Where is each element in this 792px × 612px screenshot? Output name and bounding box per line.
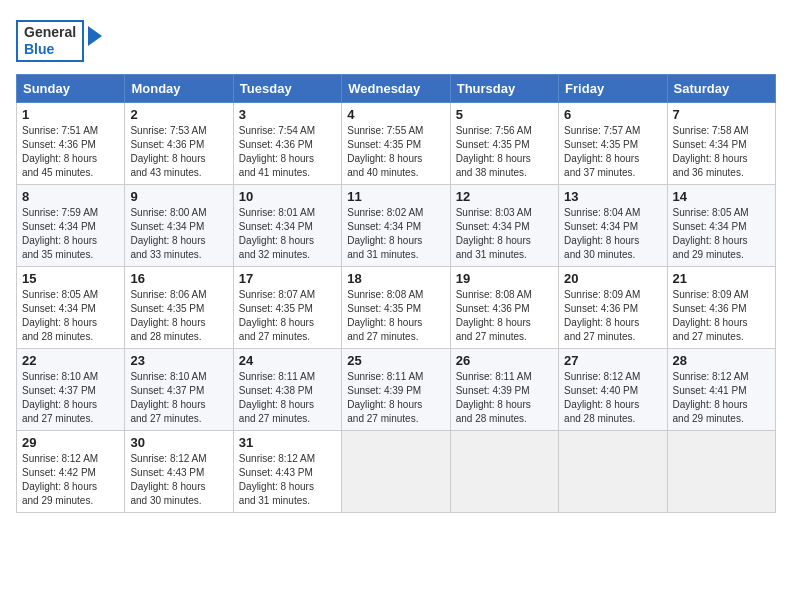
day-number: 14 <box>673 189 770 204</box>
day-info: Sunrise: 8:12 AM Sunset: 4:42 PM Dayligh… <box>22 452 119 508</box>
day-number: 12 <box>456 189 553 204</box>
calendar-body: 1Sunrise: 7:51 AM Sunset: 4:36 PM Daylig… <box>17 102 776 512</box>
day-number: 4 <box>347 107 444 122</box>
day-number: 17 <box>239 271 336 286</box>
calendar-cell <box>450 430 558 512</box>
day-number: 18 <box>347 271 444 286</box>
calendar-cell: 23Sunrise: 8:10 AM Sunset: 4:37 PM Dayli… <box>125 348 233 430</box>
day-info: Sunrise: 8:12 AM Sunset: 4:41 PM Dayligh… <box>673 370 770 426</box>
day-info: Sunrise: 8:10 AM Sunset: 4:37 PM Dayligh… <box>22 370 119 426</box>
day-info: Sunrise: 8:05 AM Sunset: 4:34 PM Dayligh… <box>673 206 770 262</box>
day-number: 5 <box>456 107 553 122</box>
day-info: Sunrise: 8:11 AM Sunset: 4:39 PM Dayligh… <box>456 370 553 426</box>
calendar-cell: 12Sunrise: 8:03 AM Sunset: 4:34 PM Dayli… <box>450 184 558 266</box>
day-info: Sunrise: 7:54 AM Sunset: 4:36 PM Dayligh… <box>239 124 336 180</box>
day-number: 22 <box>22 353 119 368</box>
day-info: Sunrise: 8:03 AM Sunset: 4:34 PM Dayligh… <box>456 206 553 262</box>
weekday-friday: Friday <box>559 74 667 102</box>
calendar-cell: 19Sunrise: 8:08 AM Sunset: 4:36 PM Dayli… <box>450 266 558 348</box>
weekday-wednesday: Wednesday <box>342 74 450 102</box>
calendar-cell: 1Sunrise: 7:51 AM Sunset: 4:36 PM Daylig… <box>17 102 125 184</box>
day-number: 24 <box>239 353 336 368</box>
weekday-saturday: Saturday <box>667 74 775 102</box>
day-number: 2 <box>130 107 227 122</box>
calendar-week-4: 22Sunrise: 8:10 AM Sunset: 4:37 PM Dayli… <box>17 348 776 430</box>
day-number: 6 <box>564 107 661 122</box>
calendar-cell: 22Sunrise: 8:10 AM Sunset: 4:37 PM Dayli… <box>17 348 125 430</box>
day-number: 31 <box>239 435 336 450</box>
day-info: Sunrise: 8:02 AM Sunset: 4:34 PM Dayligh… <box>347 206 444 262</box>
day-info: Sunrise: 8:08 AM Sunset: 4:36 PM Dayligh… <box>456 288 553 344</box>
day-info: Sunrise: 8:00 AM Sunset: 4:34 PM Dayligh… <box>130 206 227 262</box>
calendar-week-3: 15Sunrise: 8:05 AM Sunset: 4:34 PM Dayli… <box>17 266 776 348</box>
calendar-cell <box>667 430 775 512</box>
calendar-cell: 11Sunrise: 8:02 AM Sunset: 4:34 PM Dayli… <box>342 184 450 266</box>
day-info: Sunrise: 7:56 AM Sunset: 4:35 PM Dayligh… <box>456 124 553 180</box>
day-info: Sunrise: 8:11 AM Sunset: 4:38 PM Dayligh… <box>239 370 336 426</box>
calendar-week-1: 1Sunrise: 7:51 AM Sunset: 4:36 PM Daylig… <box>17 102 776 184</box>
day-info: Sunrise: 8:10 AM Sunset: 4:37 PM Dayligh… <box>130 370 227 426</box>
calendar-cell: 29Sunrise: 8:12 AM Sunset: 4:42 PM Dayli… <box>17 430 125 512</box>
calendar-cell: 4Sunrise: 7:55 AM Sunset: 4:35 PM Daylig… <box>342 102 450 184</box>
day-number: 3 <box>239 107 336 122</box>
day-info: Sunrise: 7:57 AM Sunset: 4:35 PM Dayligh… <box>564 124 661 180</box>
weekday-thursday: Thursday <box>450 74 558 102</box>
day-number: 30 <box>130 435 227 450</box>
calendar-cell: 21Sunrise: 8:09 AM Sunset: 4:36 PM Dayli… <box>667 266 775 348</box>
day-number: 20 <box>564 271 661 286</box>
weekday-tuesday: Tuesday <box>233 74 341 102</box>
logo-arrow-icon <box>88 26 102 46</box>
day-number: 19 <box>456 271 553 286</box>
weekday-sunday: Sunday <box>17 74 125 102</box>
day-info: Sunrise: 7:55 AM Sunset: 4:35 PM Dayligh… <box>347 124 444 180</box>
calendar-cell <box>559 430 667 512</box>
day-info: Sunrise: 7:51 AM Sunset: 4:36 PM Dayligh… <box>22 124 119 180</box>
day-number: 28 <box>673 353 770 368</box>
calendar-cell: 15Sunrise: 8:05 AM Sunset: 4:34 PM Dayli… <box>17 266 125 348</box>
calendar-cell: 14Sunrise: 8:05 AM Sunset: 4:34 PM Dayli… <box>667 184 775 266</box>
calendar-week-2: 8Sunrise: 7:59 AM Sunset: 4:34 PM Daylig… <box>17 184 776 266</box>
day-number: 15 <box>22 271 119 286</box>
calendar-cell: 26Sunrise: 8:11 AM Sunset: 4:39 PM Dayli… <box>450 348 558 430</box>
day-info: Sunrise: 8:12 AM Sunset: 4:43 PM Dayligh… <box>130 452 227 508</box>
weekday-header-row: SundayMondayTuesdayWednesdayThursdayFrid… <box>17 74 776 102</box>
calendar-cell: 25Sunrise: 8:11 AM Sunset: 4:39 PM Dayli… <box>342 348 450 430</box>
calendar-cell: 18Sunrise: 8:08 AM Sunset: 4:35 PM Dayli… <box>342 266 450 348</box>
calendar-cell: 24Sunrise: 8:11 AM Sunset: 4:38 PM Dayli… <box>233 348 341 430</box>
calendar-cell: 20Sunrise: 8:09 AM Sunset: 4:36 PM Dayli… <box>559 266 667 348</box>
day-number: 23 <box>130 353 227 368</box>
day-number: 11 <box>347 189 444 204</box>
calendar-cell: 10Sunrise: 8:01 AM Sunset: 4:34 PM Dayli… <box>233 184 341 266</box>
day-info: Sunrise: 8:05 AM Sunset: 4:34 PM Dayligh… <box>22 288 119 344</box>
weekday-monday: Monday <box>125 74 233 102</box>
calendar-cell: 30Sunrise: 8:12 AM Sunset: 4:43 PM Dayli… <box>125 430 233 512</box>
day-info: Sunrise: 8:08 AM Sunset: 4:35 PM Dayligh… <box>347 288 444 344</box>
calendar-cell: 8Sunrise: 7:59 AM Sunset: 4:34 PM Daylig… <box>17 184 125 266</box>
calendar-cell: 28Sunrise: 8:12 AM Sunset: 4:41 PM Dayli… <box>667 348 775 430</box>
calendar-week-5: 29Sunrise: 8:12 AM Sunset: 4:42 PM Dayli… <box>17 430 776 512</box>
day-info: Sunrise: 8:01 AM Sunset: 4:34 PM Dayligh… <box>239 206 336 262</box>
calendar-table: SundayMondayTuesdayWednesdayThursdayFrid… <box>16 74 776 513</box>
day-number: 10 <box>239 189 336 204</box>
day-number: 7 <box>673 107 770 122</box>
calendar-cell: 17Sunrise: 8:07 AM Sunset: 4:35 PM Dayli… <box>233 266 341 348</box>
day-number: 29 <box>22 435 119 450</box>
calendar-cell: 5Sunrise: 7:56 AM Sunset: 4:35 PM Daylig… <box>450 102 558 184</box>
day-number: 26 <box>456 353 553 368</box>
day-info: Sunrise: 8:04 AM Sunset: 4:34 PM Dayligh… <box>564 206 661 262</box>
day-info: Sunrise: 7:53 AM Sunset: 4:36 PM Dayligh… <box>130 124 227 180</box>
day-info: Sunrise: 8:09 AM Sunset: 4:36 PM Dayligh… <box>564 288 661 344</box>
logo: General Blue <box>16 20 102 62</box>
logo-line1: General <box>24 24 76 41</box>
page-header: General Blue <box>16 16 776 62</box>
day-number: 21 <box>673 271 770 286</box>
day-number: 27 <box>564 353 661 368</box>
day-info: Sunrise: 8:09 AM Sunset: 4:36 PM Dayligh… <box>673 288 770 344</box>
calendar-cell: 7Sunrise: 7:58 AM Sunset: 4:34 PM Daylig… <box>667 102 775 184</box>
calendar-header: SundayMondayTuesdayWednesdayThursdayFrid… <box>17 74 776 102</box>
day-info: Sunrise: 8:12 AM Sunset: 4:43 PM Dayligh… <box>239 452 336 508</box>
calendar-cell: 6Sunrise: 7:57 AM Sunset: 4:35 PM Daylig… <box>559 102 667 184</box>
day-info: Sunrise: 8:11 AM Sunset: 4:39 PM Dayligh… <box>347 370 444 426</box>
day-info: Sunrise: 7:58 AM Sunset: 4:34 PM Dayligh… <box>673 124 770 180</box>
calendar-cell: 16Sunrise: 8:06 AM Sunset: 4:35 PM Dayli… <box>125 266 233 348</box>
